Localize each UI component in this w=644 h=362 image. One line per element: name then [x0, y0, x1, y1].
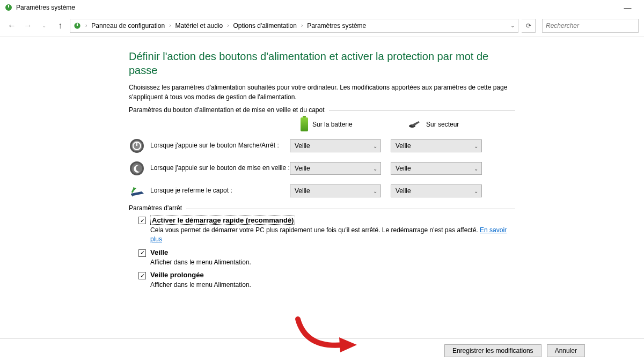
breadcrumb-separator: › — [83, 23, 89, 28]
breadcrumb-separator: › — [225, 23, 231, 28]
titlebar: Paramètres système — — [0, 0, 644, 15]
content: Définir l'action des boutons d'alimentat… — [0, 36, 644, 294]
breadcrumb-separator: › — [299, 23, 305, 28]
hibernate-desc: Afficher dans le menu Alimentation. — [150, 280, 515, 290]
breadcrumb-item[interactable]: Paramètres système — [306, 22, 367, 29]
address-dropdown[interactable]: ⌄ — [509, 23, 516, 28]
setting-row-sleep-button: Lorsque j'appuie sur le bouton de mise e… — [129, 160, 515, 176]
address-bar[interactable]: › Panneau de configuration › Matériel et… — [70, 19, 518, 33]
laptop-lid-icon — [129, 183, 145, 199]
battery-icon — [301, 117, 308, 131]
row-label: Lorsque j'appuie sur le bouton Marche/Ar… — [145, 142, 290, 150]
sleep-label: Veille — [150, 248, 168, 256]
breadcrumb-item[interactable]: Panneau de configuration — [90, 22, 166, 29]
save-button[interactable]: Enregistrer les modifications — [444, 344, 541, 357]
svg-rect-1 — [8, 5, 9, 8]
sleep-button-battery-select[interactable]: Veille⌄ — [290, 162, 381, 175]
column-battery: Sur la batterie — [301, 117, 386, 131]
fast-startup-checkbox[interactable]: ✓ — [138, 217, 146, 224]
shutdown-group: Paramètres d'arrêt ✓ Activer le démarrag… — [129, 209, 515, 290]
lid-plugged-select[interactable]: Veille⌄ — [391, 184, 482, 197]
up-button[interactable]: ↑ — [54, 19, 67, 32]
sleep-row: ✓ Veille — [138, 248, 515, 257]
window-title: Paramètres système — [16, 4, 75, 11]
sleep-desc: Afficher dans le menu Alimentation. — [150, 258, 515, 267]
recent-dropdown[interactable]: ⌄ — [38, 19, 50, 32]
power-button-icon — [129, 138, 145, 154]
svg-rect-8 — [136, 142, 137, 146]
chevron-down-icon: ⌄ — [474, 188, 478, 194]
row-label: Lorsque j'appuie sur le bouton de mise e… — [145, 164, 290, 173]
column-plugged: Sur secteur — [408, 120, 494, 129]
power-button-group: Paramètres du bouton d'alimentation et d… — [129, 110, 515, 199]
column-battery-label: Sur la batterie — [312, 121, 353, 128]
breadcrumb-item[interactable]: Options d'alimentation — [232, 22, 298, 29]
navbar: ← → ⌄ ↑ › Panneau de configuration › Mat… — [0, 15, 644, 36]
footer: Enregistrer les modifications Annuler — [0, 338, 644, 362]
search-input[interactable] — [542, 19, 639, 33]
power-button-plugged-select[interactable]: Veille⌄ — [391, 139, 482, 152]
hibernate-label: Veille prolongée — [150, 271, 204, 279]
page-description: Choisissez les paramètres d'alimentation… — [129, 83, 515, 102]
chevron-down-icon: ⌄ — [474, 166, 478, 172]
refresh-button[interactable]: ⟳ — [522, 19, 536, 33]
minimize-button[interactable]: — — [616, 0, 640, 15]
lid-battery-select[interactable]: Veille⌄ — [290, 184, 381, 197]
control-panel-icon — [72, 21, 82, 31]
sleep-button-icon — [129, 160, 145, 176]
svg-rect-3 — [77, 23, 78, 26]
group-legend: Paramètres d'arrêt — [129, 204, 186, 212]
setting-row-lid: Lorsque je referme le capot : Veille⌄ Ve… — [129, 183, 515, 199]
chevron-down-icon: ⌄ — [373, 143, 377, 149]
hibernate-checkbox[interactable]: ✓ — [138, 272, 146, 279]
column-plugged-label: Sur secteur — [426, 121, 459, 128]
fast-startup-row: ✓ Activer le démarrage rapide (recommand… — [138, 216, 515, 225]
column-headers: Sur la batterie Sur secteur — [301, 117, 515, 131]
fast-startup-desc: Cela vous permet de démarrer votre PC pl… — [150, 226, 515, 244]
settings-panel: Définir l'action des boutons d'alimentat… — [129, 46, 515, 294]
chevron-down-icon: ⌄ — [373, 166, 377, 172]
sleep-checkbox[interactable]: ✓ — [138, 249, 146, 257]
chevron-down-icon: ⌄ — [474, 143, 478, 149]
fast-startup-label: Activer le démarrage rapide (recommandé) — [150, 216, 295, 225]
row-label: Lorsque je referme le capot : — [145, 187, 290, 195]
plug-icon — [408, 120, 422, 129]
forward-button[interactable]: → — [21, 19, 34, 32]
sleep-button-plugged-select[interactable]: Veille⌄ — [391, 162, 482, 175]
chevron-down-icon: ⌄ — [373, 188, 377, 194]
breadcrumb-separator: › — [167, 23, 173, 28]
power-button-battery-select[interactable]: Veille⌄ — [290, 139, 381, 152]
hibernate-row: ✓ Veille prolongée — [138, 271, 515, 279]
page-title: Définir l'action des boutons d'alimentat… — [129, 49, 515, 77]
group-legend: Paramètres du bouton d'alimentation et d… — [129, 106, 329, 114]
cancel-button[interactable]: Annuler — [547, 344, 585, 357]
breadcrumb-item[interactable]: Matériel et audio — [174, 22, 224, 29]
setting-row-power-button: Lorsque j'appuie sur le bouton Marche/Ar… — [129, 138, 515, 154]
back-button[interactable]: ← — [5, 19, 18, 32]
app-icon — [4, 3, 13, 12]
